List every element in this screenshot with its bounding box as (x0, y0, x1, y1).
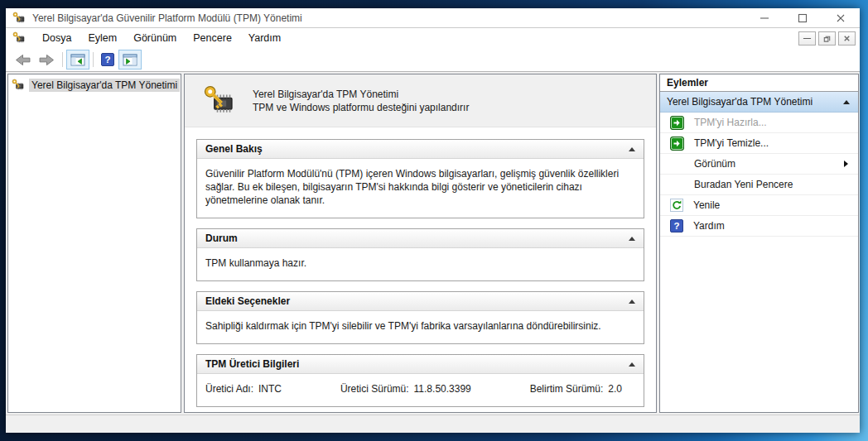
collapse-arrow-icon[interactable] (629, 147, 635, 151)
collapse-arrow-icon[interactable] (629, 300, 635, 304)
actions-pane: Eylemler Yerel Bilgisayar'da TPM Yönetim… (659, 74, 859, 413)
manufacturer-version-field: Üretici Sürümü:11.8.50.3399 (340, 382, 471, 395)
field-value: INTC (258, 383, 282, 395)
mdi-minimize-button[interactable] (798, 31, 816, 46)
back-arrow-icon (15, 54, 31, 66)
back-button[interactable] (11, 50, 35, 70)
maximize-icon (798, 13, 808, 23)
action-view[interactable]: Görünüm (660, 154, 858, 175)
tree-item-tpm-management[interactable]: Yerel Bilgisayar'da TPM Yönetimi (12, 77, 181, 93)
collapse-arrow-icon[interactable] (843, 100, 850, 104)
section-manufacturer-header[interactable]: TPM Üretici Bilgileri (197, 355, 644, 374)
action-new-window[interactable]: Buradan Yeni Pencere (660, 175, 858, 195)
help-icon (670, 219, 683, 232)
status-bar (6, 415, 860, 433)
forward-button[interactable] (35, 50, 59, 70)
forward-arrow-icon (39, 54, 55, 66)
menu-items: Dosya Eylem Görünüm Pencere Yardım (34, 30, 289, 46)
action-label: Yardım (693, 220, 725, 232)
menu-gorunum[interactable]: Görünüm (125, 30, 185, 46)
title-bar: Yerel Bilgisayar'da Güvenilir Platform M… (6, 8, 860, 28)
section-options-body: Sahipliği kaldırmak için TPM'yi silebili… (197, 311, 644, 343)
section-manufacturer: TPM Üretici Bilgileri Üretici Adı:INTC Ü… (196, 354, 644, 407)
mdi-window-buttons (798, 31, 856, 46)
minimize-icon (803, 34, 812, 43)
action-clear-tpm[interactable]: TPM'yi Temizle... (660, 133, 858, 154)
section-overview-body: Güvenilir Platform Modülü'nü (TPM) içere… (197, 159, 644, 218)
toolbar (6, 48, 860, 72)
mdi-restore-button[interactable] (818, 31, 836, 46)
mmc-window: Yerel Bilgisayar'da Güvenilir Platform M… (6, 8, 860, 433)
action-label: Buradan Yeni Pencere (694, 179, 793, 190)
refresh-icon (670, 199, 683, 212)
menu-yardim[interactable]: Yardım (240, 30, 289, 46)
maximize-button[interactable] (784, 8, 822, 27)
manufacturer-fields: Üretici Adı:INTC Üretici Sürümü:11.8.50.… (197, 374, 644, 406)
section-title: Eldeki Seçenekler (205, 295, 290, 307)
close-button[interactable] (822, 8, 860, 27)
sections: Genel Bakış Güvenilir Platform Modülü'nü… (185, 127, 656, 407)
action-label: TPM'yi Temizle... (694, 137, 769, 149)
tpm-key-icon (12, 79, 25, 92)
mdi-close-button[interactable] (838, 31, 856, 46)
close-icon (836, 13, 846, 23)
menu-bar: Dosya Eylem Görünüm Pencere Yardım (6, 28, 860, 48)
window-title: Yerel Bilgisayar'da Güvenilir Platform M… (32, 12, 302, 24)
section-options: Eldeki Seçenekler Sahipliği kaldırmak iç… (196, 291, 644, 344)
content-header: Yerel Bilgisayar'da TPM Yönetimi TPM ve … (185, 74, 656, 127)
section-status-body: TPM kullanmaya hazır. (197, 248, 644, 280)
action-pane-toggle-button[interactable] (118, 50, 142, 70)
action-arrow-icon (670, 137, 684, 151)
action-label: Yenile (693, 199, 720, 211)
spec-version-field: Belirtim Sürümü:2.0 (530, 382, 622, 395)
section-options-header[interactable]: Eldeki Seçenekler (197, 292, 644, 311)
content-pane: Yerel Bilgisayar'da TPM Yönetimi TPM ve … (184, 74, 657, 413)
field-label: Üretici Sürümü: (340, 383, 409, 395)
manufacturer-name-field: Üretici Adı:INTC (205, 382, 282, 395)
actions-group-header[interactable]: Yerel Bilgisayar'da TPM Yönetimi (660, 92, 858, 113)
console-tree-icon (70, 54, 85, 66)
menu-eylem[interactable]: Eylem (80, 30, 125, 46)
section-title: Genel Bakış (205, 143, 263, 155)
toolbar-separator (93, 52, 94, 67)
submenu-arrow-icon (844, 161, 848, 167)
restore-icon (822, 34, 832, 43)
caption-buttons (745, 8, 860, 27)
section-title: TPM Üretici Bilgileri (205, 358, 299, 370)
menu-dosya[interactable]: Dosya (34, 30, 80, 46)
tpm-key-icon (12, 31, 26, 45)
field-value: 2.0 (608, 383, 622, 395)
section-overview: Genel Bakış Güvenilir Platform Modülü'nü… (196, 139, 644, 218)
action-label: Görünüm (694, 158, 735, 170)
section-overview-header[interactable]: Genel Bakış (197, 140, 644, 159)
minimize-icon (760, 13, 769, 23)
minimize-button[interactable] (745, 8, 784, 27)
section-status-header[interactable]: Durum (197, 229, 644, 248)
action-refresh[interactable]: Yenile (660, 195, 858, 216)
collapse-arrow-icon[interactable] (629, 362, 635, 367)
section-status: Durum TPM kullanmaya hazır. (196, 228, 644, 281)
close-icon (842, 34, 851, 43)
main-area: Yerel Bilgisayar'da TPM Yönetimi Yerel B… (6, 72, 860, 415)
collapse-arrow-icon[interactable] (629, 237, 635, 241)
help-button[interactable] (97, 50, 118, 70)
content-subtitle: TPM ve Windows platformu desteğini yapıl… (253, 101, 469, 114)
help-icon (101, 53, 114, 66)
action-pane-icon (123, 54, 137, 66)
console-tree-pane: Yerel Bilgisayar'da TPM Yönetimi (7, 74, 181, 413)
actions-group-title: Yerel Bilgisayar'da TPM Yönetimi (667, 96, 813, 108)
toolbar-separator (62, 52, 63, 67)
console-tree-toggle-button[interactable] (66, 50, 89, 70)
field-label: Belirtim Sürümü: (530, 383, 604, 395)
actions-pane-title: Eylemler (660, 74, 858, 92)
action-help[interactable]: Yardım (660, 216, 858, 237)
action-arrow-icon (670, 116, 684, 130)
tpm-key-chip-icon (203, 84, 236, 117)
tree-item-label: Yerel Bilgisayar'da TPM Yönetimi (29, 79, 180, 92)
tpm-key-icon (12, 12, 26, 25)
section-title: Durum (205, 232, 238, 244)
field-value: 11.8.50.3399 (414, 383, 471, 395)
menu-pencere[interactable]: Pencere (185, 30, 240, 46)
action-prepare-tpm[interactable]: TPM'yi Hazırla... (660, 113, 858, 133)
field-label: Üretici Adı: (205, 383, 253, 395)
